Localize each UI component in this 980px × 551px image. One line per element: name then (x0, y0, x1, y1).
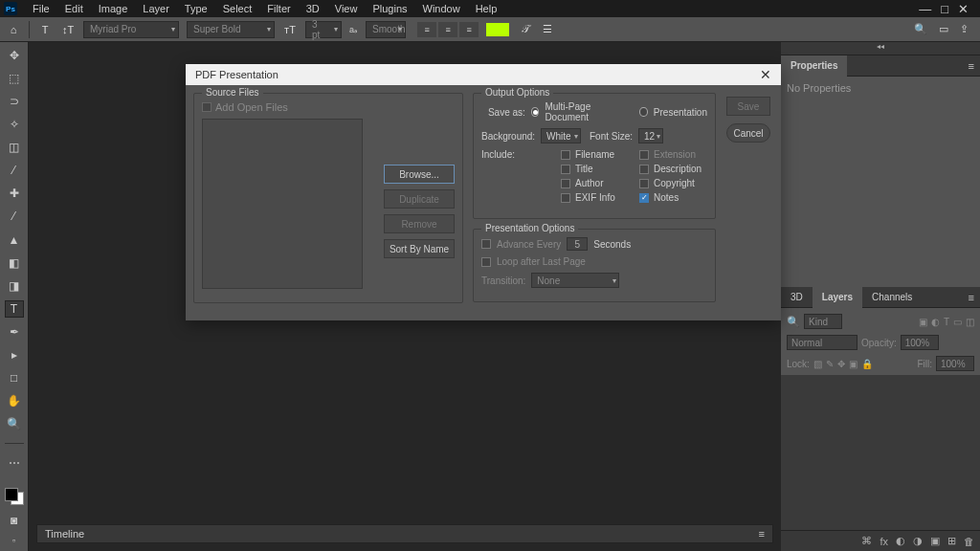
marquee-tool-icon[interactable]: ⬚ (6, 71, 23, 86)
screenmode-icon[interactable]: ▫ (12, 536, 15, 545)
text-color-swatch[interactable] (486, 23, 509, 36)
zoom-tool-icon[interactable]: 🔍 (6, 416, 23, 431)
save-button[interactable]: Save (726, 97, 770, 116)
hand-tool-icon[interactable]: ✋ (6, 393, 23, 408)
menu-type[interactable]: Type (177, 1, 215, 16)
opacity-input[interactable]: 100% (901, 335, 939, 350)
gradient-tool-icon[interactable]: ◨ (6, 278, 23, 294)
shape-tool-icon[interactable]: □ (6, 370, 23, 386)
lock-transparency-icon[interactable]: ▧ (813, 359, 822, 369)
font-size-dropdown[interactable]: 3 pt (305, 21, 342, 38)
filter-shape-icon[interactable]: ▭ (953, 317, 962, 327)
move-tool-icon[interactable]: ✥ (6, 48, 23, 63)
browse-button[interactable]: Browse... (384, 165, 455, 184)
duplicate-button[interactable]: Duplicate (384, 189, 455, 209)
lock-artboard-icon[interactable]: ▣ (849, 359, 858, 369)
font-weight-dropdown[interactable]: Super Bold (187, 21, 275, 38)
link-layers-icon[interactable]: ⌘ (861, 535, 872, 547)
3d-tab[interactable]: 3D (781, 287, 813, 308)
remove-button[interactable]: Remove (384, 214, 455, 233)
lasso-tool-icon[interactable]: ⊃ (6, 94, 23, 109)
layer-style-icon[interactable]: fx (880, 536, 888, 547)
panel-menu-icon[interactable]: ≡ (963, 292, 980, 303)
author-checkbox[interactable] (561, 179, 570, 188)
edit-toolbar-icon[interactable]: ⋯ (6, 455, 23, 471)
notes-checkbox[interactable] (639, 193, 649, 203)
adjustment-layer-icon[interactable]: ◑ (913, 535, 923, 547)
filename-checkbox[interactable] (561, 150, 570, 160)
menu-view[interactable]: View (327, 1, 366, 16)
type-tool-icon[interactable]: T (6, 301, 23, 317)
layer-mask-icon[interactable]: ◐ (896, 535, 905, 547)
character-panel-icon[interactable]: ☰ (540, 22, 555, 37)
title-checkbox[interactable] (561, 165, 570, 174)
lock-position-icon[interactable]: ✥ (837, 359, 845, 369)
menu-help[interactable]: Help (468, 1, 505, 16)
timeline-panel[interactable]: Timeline ≡ (36, 524, 773, 543)
menu-file[interactable]: File (25, 1, 57, 16)
antialias-dropdown[interactable]: Smooth (366, 21, 406, 38)
path-select-tool-icon[interactable]: ▸ (6, 347, 23, 363)
delete-layer-icon[interactable]: 🗑 (964, 536, 974, 547)
share-icon[interactable]: ⇪ (960, 23, 969, 35)
exif-checkbox[interactable] (561, 193, 570, 203)
channels-tab[interactable]: Channels (862, 287, 922, 308)
new-layer-icon[interactable]: ⊞ (947, 535, 956, 547)
collapse-panels-icon[interactable]: ◂◂ (781, 42, 980, 55)
filter-type-icon[interactable]: T (944, 317, 949, 327)
multipage-radio[interactable] (531, 107, 540, 117)
dialog-titlebar[interactable]: PDF Presentation ✕ (186, 64, 781, 85)
align-center-icon[interactable]: ≡ (438, 22, 457, 37)
align-right-icon[interactable]: ≡ (459, 22, 479, 37)
search-icon[interactable]: 🔍 (787, 316, 800, 328)
text-orientation-icon[interactable]: ↕T (60, 22, 76, 37)
menu-layer[interactable]: Layer (135, 1, 177, 16)
close-window-icon[interactable]: ✕ (958, 2, 969, 16)
filter-adjust-icon[interactable]: ◐ (931, 317, 940, 327)
font-family-dropdown[interactable]: Myriad Pro (83, 21, 179, 38)
checkbox-icon[interactable] (202, 102, 212, 112)
copyright-checkbox[interactable] (639, 179, 649, 188)
crop-tool-icon[interactable]: ◫ (6, 140, 23, 155)
panel-menu-icon[interactable]: ≡ (963, 60, 980, 72)
timeline-menu-icon[interactable]: ≡ (759, 528, 765, 540)
add-open-files-checkbox[interactable]: Add Open Files (202, 101, 455, 113)
menu-3d[interactable]: 3D (299, 1, 327, 16)
layers-tab[interactable]: Layers (813, 287, 862, 308)
filter-smart-icon[interactable]: ◫ (966, 317, 974, 327)
group-icon[interactable]: ▣ (930, 535, 940, 547)
menu-edit[interactable]: Edit (57, 1, 91, 16)
background-dropdown[interactable]: White (541, 128, 581, 143)
quickmask-icon[interactable]: ◙ (6, 513, 23, 528)
filter-pixel-icon[interactable]: ▣ (919, 317, 927, 327)
menu-image[interactable]: Image (91, 1, 136, 16)
menu-select[interactable]: Select (215, 1, 260, 16)
foreground-swatch[interactable] (5, 488, 18, 501)
fill-input[interactable]: 100% (936, 356, 974, 371)
minimize-icon[interactable]: — (919, 2, 931, 16)
properties-tab[interactable]: Properties (781, 55, 847, 77)
lock-all-icon[interactable]: 🔒 (861, 359, 873, 369)
stamp-tool-icon[interactable]: ▲ (6, 232, 23, 248)
sort-button[interactable]: Sort By Name (384, 239, 455, 258)
font-size-dropdown[interactable]: 12 (638, 128, 663, 143)
maximize-icon[interactable]: □ (941, 2, 948, 16)
eyedropper-tool-icon[interactable]: ⁄ (6, 163, 23, 178)
menu-plugins[interactable]: Plugins (365, 1, 414, 16)
file-list[interactable] (202, 119, 363, 289)
wand-tool-icon[interactable]: ✧ (6, 117, 23, 132)
lock-pixels-icon[interactable]: ✎ (826, 359, 834, 369)
eraser-tool-icon[interactable]: ◧ (6, 255, 23, 271)
presentation-radio[interactable] (639, 107, 648, 117)
pen-tool-icon[interactable]: ✒ (6, 324, 23, 340)
home-icon[interactable]: ⌂ (6, 22, 21, 37)
menu-filter[interactable]: Filter (259, 1, 298, 16)
cancel-button[interactable]: Cancel (726, 123, 770, 143)
description-checkbox[interactable] (639, 165, 649, 174)
healing-tool-icon[interactable]: ✚ (6, 186, 23, 201)
close-icon[interactable]: ✕ (760, 67, 771, 82)
brush-tool-icon[interactable]: ⁄ (6, 209, 23, 224)
blend-mode-dropdown[interactable]: Normal (787, 335, 858, 350)
warp-text-icon[interactable]: 𝒯 (517, 22, 532, 37)
align-left-icon[interactable]: ≡ (417, 22, 436, 37)
